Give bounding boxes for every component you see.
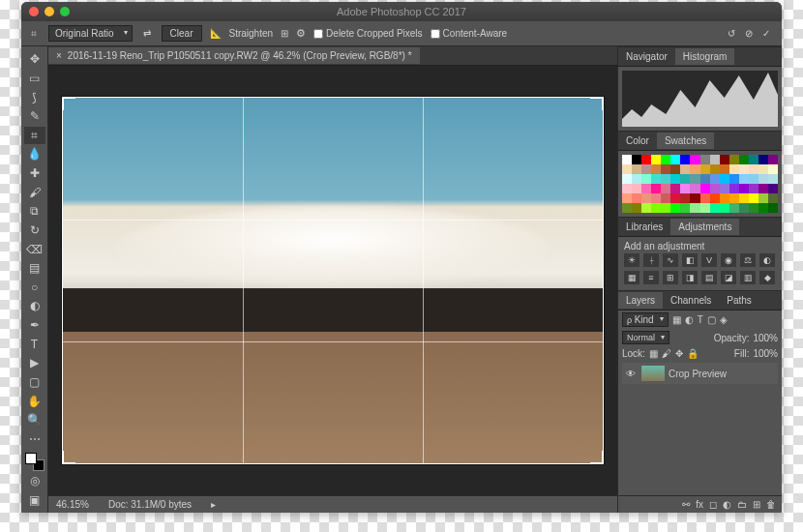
filter-pixel-icon[interactable]: ▦ xyxy=(672,314,681,325)
overlay-grid-icon[interactable]: ⊞ xyxy=(281,28,288,39)
crop-handle-top-left[interactable] xyxy=(62,97,75,110)
minimize-window-button[interactable] xyxy=(45,7,54,16)
tab-histogram[interactable]: Histogram xyxy=(675,48,735,65)
dodge-tool[interactable]: ◐ xyxy=(24,297,45,315)
gradient-tool[interactable]: ▤ xyxy=(24,259,45,278)
swatch[interactable] xyxy=(641,155,651,164)
swatch[interactable] xyxy=(768,155,778,164)
swatch[interactable] xyxy=(710,164,720,174)
tab-adjustments[interactable]: Adjustments xyxy=(670,219,739,235)
swatch[interactable] xyxy=(700,184,710,193)
swatch[interactable] xyxy=(641,184,651,193)
swatch[interactable] xyxy=(720,184,729,193)
swatch[interactable] xyxy=(661,174,670,184)
swatch[interactable] xyxy=(670,184,680,193)
layer-row[interactable]: 👁 Crop Preview xyxy=(622,363,778,384)
maximize-window-button[interactable] xyxy=(60,7,70,16)
brush-tool[interactable]: 🖌 xyxy=(24,183,45,201)
layer-thumbnail[interactable] xyxy=(641,366,665,381)
swatch[interactable] xyxy=(729,184,739,193)
swatch[interactable] xyxy=(641,164,651,174)
threshold-icon[interactable]: ◪ xyxy=(721,271,736,284)
document-tab[interactable]: × 2016-11-19 Reno_Trip P1050511 copy.RW2… xyxy=(48,47,420,64)
swatch[interactable] xyxy=(720,174,729,184)
swatch[interactable] xyxy=(670,174,680,184)
invert-adjustment-icon[interactable]: ◨ xyxy=(682,271,698,284)
crop-handle-top-right[interactable] xyxy=(590,97,604,110)
swatch[interactable] xyxy=(690,184,699,193)
swatch[interactable] xyxy=(739,193,749,203)
link-layers-icon[interactable]: ⚯ xyxy=(682,499,690,510)
cancel-crop-icon[interactable]: ⊘ xyxy=(745,28,753,39)
clear-button[interactable]: Clear xyxy=(162,25,202,42)
swatch[interactable] xyxy=(622,193,632,203)
channel-mixer-icon[interactable]: ≡ xyxy=(643,271,659,284)
tab-channels[interactable]: Channels xyxy=(663,292,719,309)
filter-smart-icon[interactable]: ◈ xyxy=(720,314,728,325)
path-select-tool[interactable]: ▶ xyxy=(24,354,45,372)
swatch[interactable] xyxy=(622,174,632,184)
foreground-background-colors[interactable] xyxy=(25,453,45,471)
swatch[interactable] xyxy=(670,203,680,213)
swatch[interactable] xyxy=(661,155,670,164)
hand-tool[interactable]: ✋ xyxy=(24,392,45,410)
selective-color-icon[interactable]: ◆ xyxy=(759,271,775,284)
swatch[interactable] xyxy=(690,203,699,213)
swatch[interactable] xyxy=(690,193,699,203)
crop-options-gear-icon[interactable]: ⚙ xyxy=(296,27,306,40)
canvas-area[interactable] xyxy=(48,66,617,495)
swatch[interactable] xyxy=(749,174,758,184)
vibrance-adjustment-icon[interactable]: V xyxy=(701,253,717,267)
swatch[interactable] xyxy=(690,155,699,164)
crop-tool[interactable]: ⌗ xyxy=(24,127,45,145)
swatch[interactable] xyxy=(720,193,729,203)
lock-image-icon[interactable]: 🖌 xyxy=(662,348,671,359)
swatch[interactable] xyxy=(768,174,778,184)
swatch[interactable] xyxy=(651,174,661,184)
swatch[interactable] xyxy=(622,164,632,174)
swatch[interactable] xyxy=(651,193,661,203)
swatch[interactable] xyxy=(632,155,641,164)
swatch[interactable] xyxy=(670,164,680,174)
swatch[interactable] xyxy=(651,184,661,193)
swatch[interactable] xyxy=(739,203,749,213)
swatch[interactable] xyxy=(729,203,739,213)
swatch[interactable] xyxy=(729,174,739,184)
swatch[interactable] xyxy=(749,193,758,203)
bw-adjustment-icon[interactable]: ◐ xyxy=(759,253,775,267)
ratio-preset-select[interactable]: Original Ratio xyxy=(48,25,133,42)
swatch[interactable] xyxy=(758,184,768,193)
gradient-map-icon[interactable]: ▥ xyxy=(740,271,756,284)
lock-transparency-icon[interactable]: ▦ xyxy=(649,348,658,359)
swatch[interactable] xyxy=(641,174,651,184)
new-layer-icon[interactable]: ⊞ xyxy=(753,499,760,510)
swatch[interactable] xyxy=(710,155,720,164)
shape-tool[interactable]: ▢ xyxy=(24,373,45,392)
swatch[interactable] xyxy=(641,203,651,213)
reset-crop-icon[interactable]: ↺ xyxy=(728,28,735,39)
hue-adjustment-icon[interactable]: ◉ xyxy=(721,253,736,267)
swatch[interactable] xyxy=(758,203,768,213)
swatch[interactable] xyxy=(680,174,690,184)
color-lookup-icon[interactable]: ⊞ xyxy=(663,271,678,284)
swatch[interactable] xyxy=(758,174,768,184)
swatch[interactable] xyxy=(651,203,661,213)
fill-value[interactable]: 100% xyxy=(753,348,778,359)
swatch[interactable] xyxy=(632,164,641,174)
swatch[interactable] xyxy=(680,193,690,203)
tab-layers[interactable]: Layers xyxy=(618,292,663,309)
swatch[interactable] xyxy=(632,184,641,193)
brightness-adjustment-icon[interactable]: ☀ xyxy=(624,253,639,267)
swatch[interactable] xyxy=(749,203,758,213)
swatch[interactable] xyxy=(622,155,632,164)
swatch[interactable] xyxy=(768,164,778,174)
swatch[interactable] xyxy=(641,193,651,203)
marquee-tool[interactable]: ▭ xyxy=(24,70,45,88)
lasso-tool[interactable]: ⟆ xyxy=(24,88,45,106)
swatch[interactable] xyxy=(632,193,641,203)
close-tab-icon[interactable]: × xyxy=(56,50,62,61)
healing-brush-tool[interactable]: ✚ xyxy=(24,164,45,183)
swatch[interactable] xyxy=(622,203,632,213)
swatch[interactable] xyxy=(758,193,768,203)
swatch[interactable] xyxy=(632,174,641,184)
